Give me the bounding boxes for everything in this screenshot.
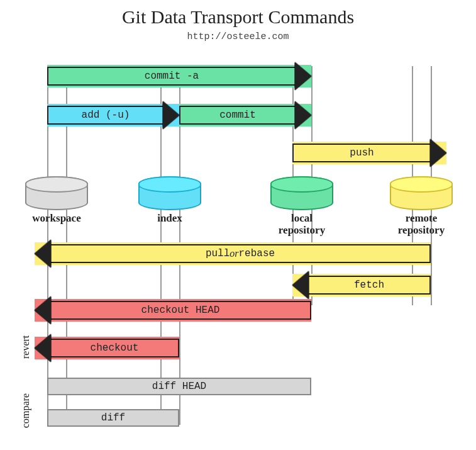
compare-label: diff HEAD	[152, 381, 206, 392]
arrow-checkout-head: checkout HEAD	[35, 299, 311, 322]
location-local-repo: localrepository	[264, 176, 340, 236]
location-label: localrepository	[264, 213, 340, 236]
arrow-head-icon	[295, 101, 311, 129]
cylinder-icon	[390, 176, 453, 210]
arrow-label: add (-u)	[47, 106, 163, 125]
arrow-add: add (-u)	[47, 104, 179, 127]
location-workspace: workspace	[19, 176, 94, 225]
location-remote-repo: remoterepository	[384, 176, 459, 236]
arrow-pull-or-rebase: pull or rebase	[35, 242, 431, 265]
arrow-label: push	[292, 143, 430, 162]
diagram-title: Git Data Transport Commands	[6, 6, 470, 28]
location-label: remoterepository	[384, 213, 459, 236]
cylinder-icon	[25, 176, 88, 210]
git-transport-diagram: Git Data Transport Commands http://ostee…	[6, 6, 470, 444]
arrow-head-icon	[295, 62, 311, 90]
arrow-head-icon	[292, 271, 309, 299]
arrow-label: checkout	[51, 339, 179, 357]
cylinder-icon	[270, 176, 333, 210]
diagram-subtitle: http://osteele.com	[6, 31, 470, 42]
cylinder-icon	[138, 176, 201, 210]
location-index: index	[132, 176, 208, 225]
arrow-commit: commit	[179, 104, 311, 127]
location-label: workspace	[19, 213, 94, 225]
arrow-head-icon	[35, 334, 51, 362]
arrow-label: commit	[179, 106, 295, 125]
arrow-label: checkout HEAD	[51, 301, 311, 320]
arrow-head-icon	[35, 240, 51, 267]
arrow-checkout: checkout	[35, 337, 179, 359]
location-label: index	[132, 213, 208, 225]
arrow-push: push	[292, 142, 446, 164]
arrow-fetch: fetch	[292, 274, 431, 296]
arrow-label: fetch	[309, 276, 431, 295]
arrow-commit-a: commit -a	[47, 65, 311, 87]
compare-label: diff	[101, 412, 125, 424]
arrow-head-icon	[430, 139, 446, 167]
arrow-label: commit -a	[47, 67, 295, 86]
side-label-revert: revert	[20, 335, 31, 359]
compare-diff: diff	[47, 409, 179, 427]
compare-diff-head: diff HEAD	[47, 378, 311, 395]
arrow-label: pull or rebase	[51, 244, 431, 263]
arrow-head-icon	[163, 101, 179, 129]
side-label-compare: compare	[20, 393, 31, 428]
arrow-head-icon	[35, 296, 51, 324]
